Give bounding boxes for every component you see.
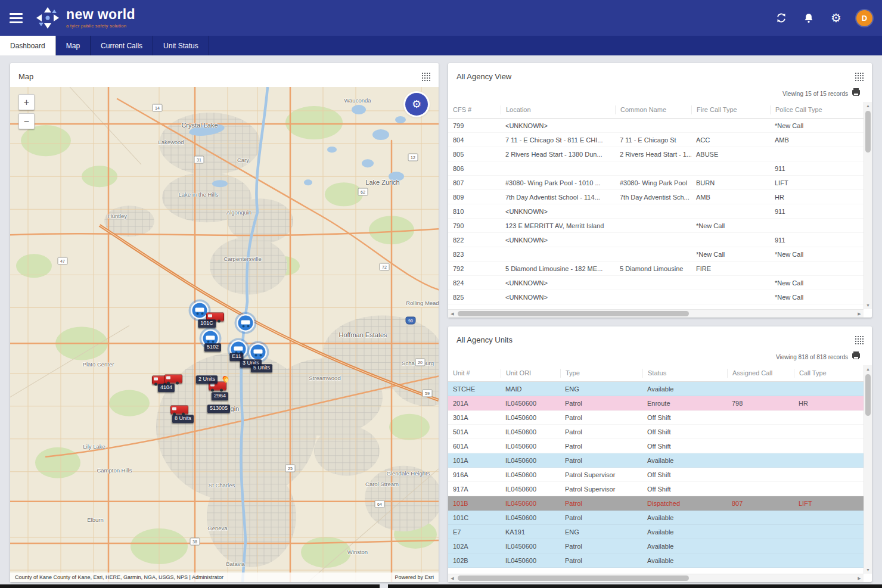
table-row[interactable]: 102BIL0450600PatrolAvailable xyxy=(448,553,864,568)
column-header[interactable]: Location xyxy=(501,105,615,114)
table-row[interactable]: 301AIL0450600PatrolOff Shift xyxy=(448,410,864,425)
table-cell: 2 Rivers Head Start - 1... xyxy=(615,151,691,158)
table-row[interactable]: 790123 E MERRITT AV, Merritt Island*New … xyxy=(448,219,864,233)
map-marker-badge-8-units[interactable]: 8 Units xyxy=(172,415,194,423)
map-canvas[interactable]: WaucondaCrystal LakeLakewoodCaryLake Zur… xyxy=(10,87,439,582)
vertical-scrollbar[interactable]: ▲▼ xyxy=(864,102,872,309)
table-row[interactable]: 824<UNKNOWN>*New Call xyxy=(448,276,864,290)
table-cell: 810 xyxy=(448,208,501,215)
column-header[interactable]: Assigned Call xyxy=(727,369,794,378)
drag-handle-icon[interactable] xyxy=(854,335,864,344)
table-row[interactable]: 822<UNKNOWN>911 xyxy=(448,233,864,247)
table-header-row: Unit #Unit ORITypeStatusAssigned CallCal… xyxy=(448,365,864,382)
map-settings-button[interactable]: ⚙ xyxy=(405,93,428,116)
column-header[interactable]: Fire Call Type xyxy=(691,105,770,114)
table-row[interactable]: 102AIL0450600PatrolAvailable xyxy=(448,539,864,553)
column-header[interactable]: Type xyxy=(560,369,642,378)
print-icon[interactable] xyxy=(852,353,860,358)
map-zoom-controls: + − xyxy=(18,94,35,129)
highway-shield: 59 xyxy=(423,390,433,397)
table-row[interactable]: 916AIL0450600Patrol SupervisorOff Shift xyxy=(448,468,864,482)
table-row[interactable]: 823*New Call*New Call xyxy=(448,247,864,262)
table-cell: IL0450600 xyxy=(501,457,560,464)
zoom-in-button[interactable]: + xyxy=(18,94,35,110)
drag-handle-icon[interactable] xyxy=(421,71,430,81)
table-cell: 101A xyxy=(448,457,501,464)
map-place-label: Streamwood xyxy=(309,375,340,381)
map-marker-badge-513005[interactable]: 513005 xyxy=(207,405,230,413)
map-panel-title: Map xyxy=(18,72,33,81)
table-row[interactable]: 825<UNKNOWN>*New Call xyxy=(448,290,864,304)
table-cell: ACC xyxy=(691,136,770,144)
map-marker-truck[interactable] xyxy=(170,406,188,415)
drag-handle-icon[interactable] xyxy=(854,71,864,81)
table-cell: 823 xyxy=(448,251,501,258)
map-marker-badge-5102[interactable]: 5102 xyxy=(204,343,221,351)
map-marker-badge-5-units[interactable]: 5 Units xyxy=(251,364,272,372)
table-cell: Patrol xyxy=(560,557,642,564)
column-header[interactable]: Unit ORI xyxy=(501,369,560,378)
notifications-bell-icon[interactable] xyxy=(802,11,816,25)
column-header[interactable]: CFS # xyxy=(448,105,501,114)
settings-gear-icon[interactable]: ⚙ xyxy=(829,11,843,25)
column-header[interactable]: Call Type xyxy=(794,369,864,378)
print-icon[interactable] xyxy=(852,90,860,95)
map-marker-truck[interactable] xyxy=(164,375,182,384)
table-row[interactable]: 807#3080- Wing Park Pool - 1010 ...#3080… xyxy=(448,176,864,190)
table-row[interactable]: 7925 Diamond Limousine - 182 ME...5 Diam… xyxy=(448,262,864,276)
table-row[interactable]: 799<UNKNOWN>*New Call xyxy=(448,119,864,133)
table-cell: Off Shift xyxy=(642,443,727,450)
column-header[interactable]: Status xyxy=(642,369,727,378)
table-row[interactable]: E7KA191ENGAvailable xyxy=(448,525,864,539)
horizontal-scrollbar[interactable]: ◀▶ xyxy=(448,309,864,318)
table-row[interactable]: 501AIL0450600PatrolOff Shift xyxy=(448,425,864,439)
topbar-actions: ⚙ D xyxy=(774,10,872,26)
column-header[interactable]: Common Name xyxy=(615,105,691,114)
column-header[interactable]: Unit # xyxy=(448,369,501,378)
table-row[interactable]: 810<UNKNOWN>911 xyxy=(448,204,864,219)
horizontal-scrollbar[interactable]: ◀▶ xyxy=(448,574,864,582)
map-marker-badge-2964[interactable]: 2964 xyxy=(212,392,228,400)
table-cell: 798 xyxy=(727,400,794,407)
map-place-label: Batavia xyxy=(226,561,245,567)
table-cell: ENG xyxy=(560,528,642,536)
table-row[interactable]: 101AIL0450600PatrolAvailable xyxy=(448,453,864,468)
tab-unit-status[interactable]: Unit Status xyxy=(153,36,209,55)
map-marker-cluster[interactable] xyxy=(192,303,207,318)
table-row[interactable]: 201AIL0450600PatrolEnroute798HR xyxy=(448,396,864,410)
table-cell: LIFT xyxy=(770,179,864,186)
table-row[interactable]: 8052 Rivers Head Start - 1380 Dun...2 Ri… xyxy=(448,147,864,161)
table-row[interactable]: STCHEMAIDENGAvailable xyxy=(448,382,864,396)
table-cell: IL0450600 xyxy=(501,400,560,407)
zoom-out-button[interactable]: − xyxy=(18,113,35,129)
table-row[interactable]: 806911 xyxy=(448,161,864,176)
table-row[interactable]: 101BIL0450600PatrolDispatched807LIFT xyxy=(448,496,864,511)
map-marker-badge-2-units[interactable]: 2 Units xyxy=(196,375,218,384)
map-marker-cluster[interactable] xyxy=(238,316,253,331)
table-row[interactable]: 917AIL0450600Patrol SupervisorOff Shift xyxy=(448,482,864,496)
table-row[interactable]: 101CIL0450600PatrolAvailable xyxy=(448,511,864,525)
user-avatar[interactable]: D xyxy=(856,10,872,26)
table-cell: 102B xyxy=(448,557,501,564)
table-cell: IL0450600 xyxy=(501,428,560,435)
tab-current-calls[interactable]: Current Calls xyxy=(91,36,153,55)
highway-shield: 31 xyxy=(194,156,204,164)
sync-icon[interactable] xyxy=(774,11,788,25)
column-header[interactable]: Police Call Type xyxy=(770,105,864,114)
tab-dashboard[interactable]: Dashboard xyxy=(0,36,56,55)
tab-bar: DashboardMapCurrent CallsUnit Status xyxy=(0,36,882,55)
table-row[interactable]: 601AIL0450600PatrolOff Shift xyxy=(448,439,864,453)
map-marker-cluster[interactable] xyxy=(251,345,266,360)
table-cell: 501A xyxy=(448,428,501,435)
map-marker-badge-4104[interactable]: 4104 xyxy=(158,384,175,392)
table-row[interactable]: 8097th Day Adventist School - 114...7th … xyxy=(448,190,864,204)
vertical-scrollbar[interactable]: ▲▼ xyxy=(864,365,872,574)
records-count: Viewing 15 of 15 records xyxy=(782,91,848,97)
map-place-label: Geneva xyxy=(207,525,227,531)
map-marker-badge-101c[interactable]: 101C xyxy=(198,319,216,328)
table-cell: 123 E MERRITT AV, Merritt Island xyxy=(501,222,615,229)
hamburger-menu-icon[interactable] xyxy=(10,13,23,23)
tab-map[interactable]: Map xyxy=(56,36,91,55)
table-cell: Available xyxy=(642,528,727,536)
table-row[interactable]: 8047 11 - E Chicago St - 811 E CHI...7 1… xyxy=(448,133,864,147)
